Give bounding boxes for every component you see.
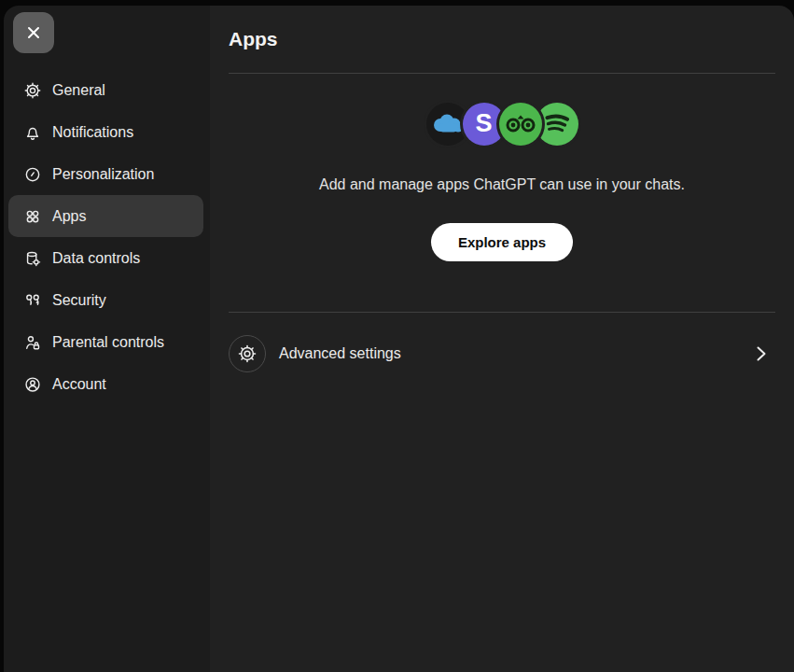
settings-nav: General Notifications: [4, 69, 210, 405]
sidebar-item-apps[interactable]: Apps: [8, 195, 203, 237]
bell-icon: [23, 123, 42, 142]
sidebar-item-label: Data controls: [52, 250, 140, 267]
apps-grid-icon: [23, 207, 42, 226]
apps-description: Add and manage apps ChatGPT can use in y…: [229, 176, 775, 193]
settings-sidebar: General Notifications: [4, 6, 210, 672]
advanced-settings-label: Advanced settings: [279, 345, 401, 362]
sidebar-item-label: Account: [52, 376, 106, 393]
tripadvisor-icon: [499, 103, 542, 146]
sidebar-item-label: General: [52, 82, 105, 99]
divider: [229, 73, 775, 74]
gear-icon: [23, 81, 42, 100]
close-button[interactable]: [13, 12, 54, 53]
keys-icon: [23, 291, 42, 310]
explore-apps-button[interactable]: Explore apps: [431, 223, 573, 261]
database-gear-icon: [23, 249, 42, 268]
sidebar-item-security[interactable]: Security: [8, 279, 203, 321]
person-lock-icon: [23, 333, 42, 352]
sidebar-item-general[interactable]: General: [8, 69, 203, 111]
dial-icon: [23, 165, 42, 184]
sidebar-item-label: Parental controls: [52, 334, 164, 351]
advanced-settings-row[interactable]: Advanced settings: [229, 335, 775, 372]
sidebar-item-account[interactable]: Account: [8, 363, 203, 405]
person-circle-icon: [23, 375, 42, 394]
chevron-right-icon: [753, 343, 770, 364]
gear-icon: [229, 335, 266, 372]
sidebar-item-notifications[interactable]: Notifications: [8, 111, 203, 153]
sidebar-item-parental-controls[interactable]: Parental controls: [8, 321, 203, 363]
sidebar-item-label: Personalization: [52, 166, 154, 183]
sidebar-item-label: Security: [52, 292, 106, 309]
apps-panel: Apps S: [210, 6, 794, 672]
sidebar-item-personalization[interactable]: Personalization: [8, 153, 203, 195]
sidebar-item-data-controls[interactable]: Data controls: [8, 237, 203, 279]
page-title: Apps: [229, 26, 775, 52]
s-app-letter: S: [475, 111, 492, 138]
sidebar-item-label: Apps: [52, 208, 86, 225]
app-logo-row: S: [229, 103, 775, 146]
settings-dialog: General Notifications: [4, 6, 794, 672]
divider: [229, 312, 775, 313]
close-icon: [24, 23, 43, 42]
sidebar-item-label: Notifications: [52, 124, 133, 141]
